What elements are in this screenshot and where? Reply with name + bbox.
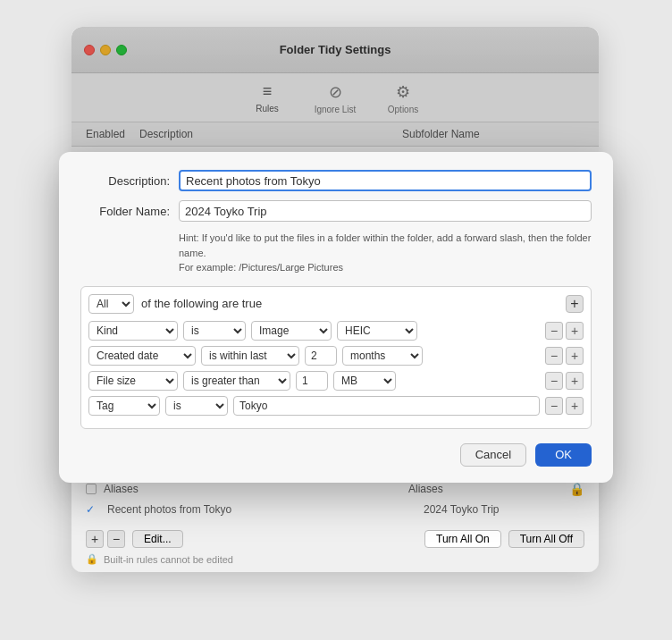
rule-row: File size Kind Created date Tag is great…: [88, 371, 584, 391]
add-rule-button[interactable]: +: [566, 397, 584, 415]
add-rule-button[interactable]: +: [566, 347, 584, 365]
remove-rule-button[interactable]: −: [545, 372, 563, 390]
row-description: Recent photos from Tokyo: [107, 503, 424, 516]
match-select[interactable]: All Any: [88, 294, 134, 314]
rule-buttons: − +: [545, 397, 584, 415]
add-condition-button[interactable]: +: [566, 295, 584, 313]
checkbox: [86, 484, 97, 494]
of-following-text: of the following are true: [141, 297, 262, 310]
folder-name-label: Folder Name:: [80, 205, 170, 218]
rule-buttons: − +: [545, 347, 584, 365]
rule-buttons: − +: [545, 322, 584, 340]
rule-text-input[interactable]: [233, 396, 540, 416]
add-rule-button[interactable]: +: [86, 530, 104, 548]
add-rule-button[interactable]: +: [566, 372, 584, 390]
rule-field-select[interactable]: Created date Kind File size Tag: [88, 346, 196, 366]
description-row: Description:: [80, 170, 592, 191]
bottom-actions: + − Edit... Turn All On Turn All Off: [86, 523, 584, 548]
folder-name-input[interactable]: [179, 200, 592, 222]
rule-operator-select[interactable]: is is not: [165, 396, 228, 416]
rule-operator-select[interactable]: is is not: [183, 321, 246, 341]
description-input[interactable]: [179, 170, 592, 191]
rule-operator-select[interactable]: is greater than is is less than: [183, 371, 290, 391]
built-in-note-text: Built-in rules cannot be edited: [104, 554, 233, 565]
ok-button[interactable]: OK: [535, 443, 592, 467]
rule-number-input[interactable]: [305, 346, 337, 366]
built-in-note: 🔒 Built-in rules cannot be edited: [86, 548, 584, 565]
remove-rule-button[interactable]: −: [545, 322, 563, 340]
edit-button[interactable]: Edit...: [132, 530, 183, 548]
rules-container: All Any of the following are true + Kind…: [80, 286, 592, 429]
remove-rule-button[interactable]: −: [545, 397, 563, 415]
modal-dialog: Description: Folder Name: Hint: If you'd…: [59, 152, 613, 483]
rule-row: Kind Created date File size Tag is is no…: [88, 321, 584, 341]
rules-header: All Any of the following are true +: [88, 294, 584, 314]
rule-number-input[interactable]: [296, 371, 328, 391]
remove-rule-button[interactable]: −: [545, 347, 563, 365]
rule-value1-select[interactable]: Image Video Audio PDF: [251, 321, 332, 341]
lock-icon: 🔒: [86, 553, 98, 565]
list-item: ✓ Recent photos from Tokyo 2024 Toyko Tr…: [86, 500, 584, 519]
turn-all-off-button[interactable]: Turn All Off: [508, 530, 584, 548]
rule-value2-select[interactable]: HEIC JPG PNG: [337, 321, 417, 341]
turn-all-buttons: Turn All On Turn All Off: [424, 530, 584, 548]
turn-all-on-button[interactable]: Turn All On: [424, 530, 501, 548]
remove-rule-button[interactable]: −: [107, 530, 125, 548]
row-subfolder: 2024 Toyko Trip: [424, 503, 584, 516]
lock-icon: 🔒: [569, 482, 584, 496]
rule-field-select[interactable]: Tag Kind Created date File size: [88, 396, 160, 416]
rule-unit-select[interactable]: months days weeks years: [342, 346, 423, 366]
rule-field-select[interactable]: File size Kind Created date Tag: [88, 371, 178, 391]
add-rule-button[interactable]: +: [566, 322, 584, 340]
row-description: Aliases: [104, 483, 408, 495]
hint-text: Hint: If you'd like to put the files in …: [179, 231, 592, 275]
rule-field-select[interactable]: Kind Created date File size Tag: [88, 321, 178, 341]
checkmark-icon: ✓: [86, 503, 100, 516]
folder-name-row: Folder Name:: [80, 200, 592, 222]
rule-row: Created date Kind File size Tag is withi…: [88, 346, 584, 366]
cancel-button[interactable]: Cancel: [460, 443, 526, 467]
modal-footer: Cancel OK: [80, 443, 592, 467]
description-label: Description:: [80, 174, 170, 188]
rule-unit-select[interactable]: MB KB GB: [333, 371, 396, 391]
rule-operator-select[interactable]: is within last is is before is after: [201, 346, 299, 366]
rule-buttons: − +: [545, 372, 584, 390]
row-subfolder: Aliases: [408, 483, 569, 495]
rule-row: Tag Kind Created date File size is is no…: [88, 396, 584, 416]
